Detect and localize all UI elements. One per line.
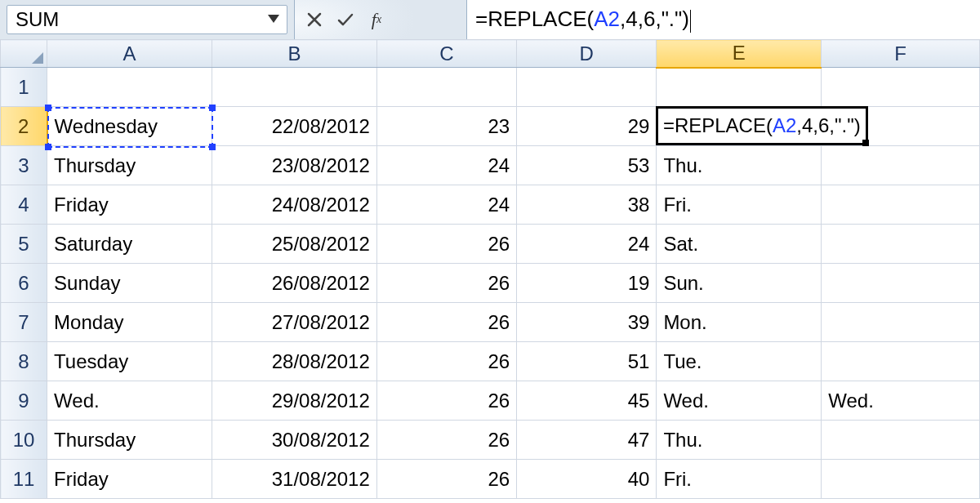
cell-A11[interactable]: Friday <box>47 460 212 499</box>
table-row: 9Wed.29/08/20122645Wed.Wed. <box>1 381 980 421</box>
cell-editor[interactable]: =REPLACE(A2,4,6,".") <box>656 106 868 145</box>
cell-D5[interactable]: 24 <box>517 225 657 264</box>
cell-F3[interactable] <box>822 146 980 185</box>
cell-D4[interactable]: 38 <box>517 185 657 225</box>
cell-C5[interactable]: 26 <box>376 225 516 264</box>
cell-B10[interactable]: 30/08/2012 <box>212 421 376 460</box>
cell-E6[interactable]: Sun. <box>657 264 822 303</box>
cell-F6[interactable] <box>822 264 980 303</box>
cell-C4[interactable]: 24 <box>376 185 516 225</box>
table-row: 5Saturday25/08/20122624Sat. <box>1 225 980 264</box>
name-box[interactable]: SUM <box>7 5 287 34</box>
column-header-A[interactable]: A <box>47 40 212 68</box>
insert-function-button[interactable]: fx <box>365 8 388 31</box>
cell-D11[interactable]: 40 <box>517 460 657 499</box>
formula-suffix: ,4,6,".") <box>620 7 689 31</box>
column-header-C[interactable]: C <box>376 40 516 68</box>
cell-B11[interactable]: 31/08/2012 <box>212 460 376 499</box>
column-header-D[interactable]: D <box>517 40 657 68</box>
select-all-corner[interactable] <box>1 40 47 68</box>
cell-C9[interactable]: 26 <box>376 381 516 421</box>
cell-D7[interactable]: 39 <box>517 303 657 342</box>
svg-marker-0 <box>268 15 279 23</box>
cell-B4[interactable]: 24/08/2012 <box>212 185 376 225</box>
cell-D1[interactable] <box>517 68 657 107</box>
cell-E4[interactable]: Fri. <box>657 185 822 225</box>
enter-formula-button[interactable] <box>334 8 357 31</box>
worksheet-grid[interactable]: ABCDEF 12Wednesday22/08/201223293Thursda… <box>0 39 980 503</box>
row-header-5[interactable]: 5 <box>1 225 47 264</box>
cell-C11[interactable]: 26 <box>376 460 516 499</box>
cell-A1[interactable] <box>47 68 212 107</box>
cell-F11[interactable] <box>822 460 980 499</box>
caret-icon <box>690 10 691 33</box>
cell-B9[interactable]: 29/08/2012 <box>212 381 376 421</box>
row-header-11[interactable]: 11 <box>1 460 47 499</box>
cell-E10[interactable]: Thu. <box>657 421 822 460</box>
cell-A6[interactable]: Sunday <box>47 264 212 303</box>
cell-D8[interactable]: 51 <box>517 342 657 381</box>
table-row: 6Sunday26/08/20122619Sun. <box>1 264 980 303</box>
cell-E5[interactable]: Sat. <box>657 225 822 264</box>
row-header-4[interactable]: 4 <box>1 185 47 225</box>
cell-E1[interactable] <box>657 68 822 107</box>
row-header-6[interactable]: 6 <box>1 264 47 303</box>
cell-A3[interactable]: Thursday <box>47 146 212 185</box>
cell-D2[interactable]: 29 <box>517 107 657 146</box>
cell-F8[interactable] <box>822 342 980 381</box>
cell-D3[interactable]: 53 <box>517 146 657 185</box>
cell-F10[interactable] <box>822 421 980 460</box>
table-row: 7Monday27/08/20122639Mon. <box>1 303 980 342</box>
cell-C10[interactable]: 26 <box>376 421 516 460</box>
cell-A5[interactable]: Saturday <box>47 225 212 264</box>
cell-F7[interactable] <box>822 303 980 342</box>
cell-A2[interactable]: Wednesday <box>47 107 212 146</box>
cell-E3[interactable]: Thu. <box>657 146 822 185</box>
row-header-1[interactable]: 1 <box>1 68 47 107</box>
cell-A9[interactable]: Wed. <box>47 381 212 421</box>
cell-B1[interactable] <box>212 68 376 107</box>
cell-B3[interactable]: 23/08/2012 <box>212 146 376 185</box>
column-header-E[interactable]: E <box>657 40 822 68</box>
cell-A10[interactable]: Thursday <box>47 421 212 460</box>
cell-E8[interactable]: Tue. <box>657 342 822 381</box>
cell-B6[interactable]: 26/08/2012 <box>212 264 376 303</box>
cell-B2[interactable]: 22/08/2012 <box>212 107 376 146</box>
cell-C2[interactable]: 23 <box>376 107 516 146</box>
cell-D9[interactable]: 45 <box>517 381 657 421</box>
formula-input[interactable]: =REPLACE(A2,4,6,".") <box>467 0 980 39</box>
formula-text: =REPLACE(A2,4,6,".") <box>475 7 691 32</box>
cell-D6[interactable]: 19 <box>517 264 657 303</box>
cell-F5[interactable] <box>822 225 980 264</box>
cell-F9[interactable]: Wed. <box>822 381 980 421</box>
cell-B8[interactable]: 28/08/2012 <box>212 342 376 381</box>
cell-B5[interactable]: 25/08/2012 <box>212 225 376 264</box>
cell-E7[interactable]: Mon. <box>657 303 822 342</box>
column-header-F[interactable]: F <box>822 40 980 68</box>
cell-F1[interactable] <box>822 68 980 107</box>
name-box-dropdown-icon[interactable] <box>265 10 283 28</box>
cell-E11[interactable]: Fri. <box>657 460 822 499</box>
cancel-formula-button[interactable] <box>303 8 326 31</box>
row-header-9[interactable]: 9 <box>1 381 47 421</box>
cell-F4[interactable] <box>822 185 980 225</box>
cell-A7[interactable]: Monday <box>47 303 212 342</box>
formula-prefix: =REPLACE( <box>475 7 594 31</box>
column-header-B[interactable]: B <box>212 40 376 68</box>
cell-C3[interactable]: 24 <box>376 146 516 185</box>
cell-D10[interactable]: 47 <box>517 421 657 460</box>
cell-A4[interactable]: Friday <box>47 185 212 225</box>
row-header-10[interactable]: 10 <box>1 421 47 460</box>
row-header-3[interactable]: 3 <box>1 146 47 185</box>
row-header-8[interactable]: 8 <box>1 342 47 381</box>
cell-E9[interactable]: Wed. <box>657 381 822 421</box>
cell-B7[interactable]: 27/08/2012 <box>212 303 376 342</box>
cell-C6[interactable]: 26 <box>376 264 516 303</box>
row-header-7[interactable]: 7 <box>1 303 47 342</box>
cell-C7[interactable]: 26 <box>376 303 516 342</box>
row-header-2[interactable]: 2 <box>1 107 47 146</box>
table-row: 8Tuesday28/08/20122651Tue. <box>1 342 980 381</box>
cell-C1[interactable] <box>376 68 516 107</box>
cell-C8[interactable]: 26 <box>376 342 516 381</box>
cell-A8[interactable]: Tuesday <box>47 342 212 381</box>
